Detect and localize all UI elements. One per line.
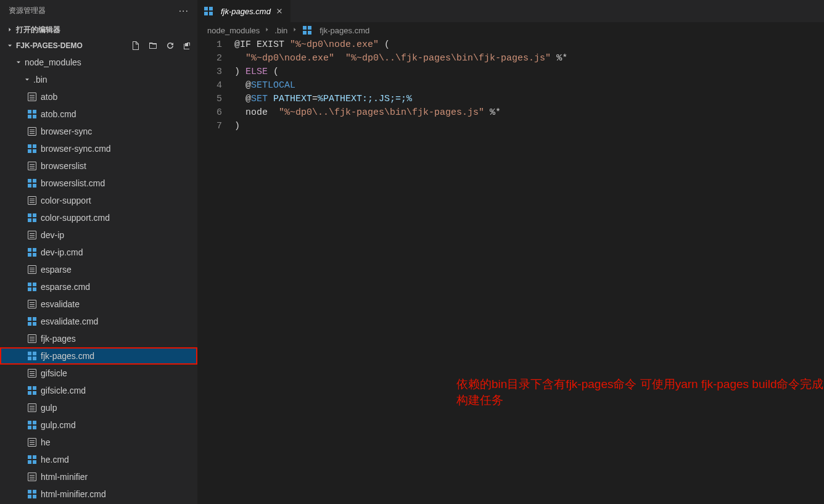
file-item[interactable]: dev-ip [0,226,197,244]
windows-cmd-icon [27,351,37,361]
tab-label: fjk-pages.cmd [221,7,271,16]
windows-cmd-icon [27,420,37,430]
file-item[interactable]: color-support.cmd [0,209,197,226]
chevron-right-icon [291,26,299,35]
file-label: esparse [41,265,72,275]
sidebar-header: 资源管理器 ··· [0,0,197,22]
open-editors-section[interactable]: 打开的编辑器 [0,22,197,38]
sidebar-more-icon[interactable]: ··· [179,6,189,17]
file-item[interactable]: fjk-pages.cmd [0,347,197,365]
file-item[interactable]: color-support [0,192,197,209]
chevron-right-icon [263,26,271,35]
file-label: dev-ip.cmd [41,247,83,257]
code-content[interactable]: @IF EXIST "%~dp0\node.exe" ( "%~dp0\node… [234,38,824,504]
project-section[interactable]: FJK-PAGES-DEMO [0,38,197,54]
file-item[interactable]: html-minifier.cmd [0,485,197,503]
chevron-down-icon [14,57,23,67]
windows-cmd-icon [27,178,37,188]
file-label: atob [41,92,57,102]
chevron-down-icon [22,75,32,85]
text-file-icon [27,265,37,275]
file-item[interactable]: gifsicle [0,365,197,382]
file-label: html-minifier.cmd [41,489,106,499]
new-file-icon[interactable] [130,39,142,52]
folder-bin[interactable]: .bin [0,71,197,88]
tab-fjk-pages-cmd[interactable]: fjk-pages.cmd [197,0,291,22]
breadcrumbs[interactable]: node_modules .bin fjk-pages.cmd [197,22,824,38]
file-item[interactable]: browser-sync [0,123,197,140]
close-icon[interactable] [274,6,284,16]
text-file-icon [27,126,37,136]
file-label: esvalidate [41,299,80,309]
file-label: he [41,437,51,447]
sidebar-title: 资源管理器 [9,6,46,16]
text-file-icon [27,230,37,240]
file-label: atob.cmd [41,109,76,119]
file-item[interactable]: gifsicle.cmd [0,382,197,399]
tab-bar: fjk-pages.cmd [197,0,824,22]
project-label: FJK-PAGES-DEMO [16,41,130,50]
file-label: color-support.cmd [41,213,110,223]
file-item[interactable]: atob [0,88,197,105]
windows-cmd-icon [27,316,37,326]
breadcrumb-item[interactable]: fjk-pages.cmd [319,26,369,35]
file-label: gulp [41,403,57,413]
file-label: gifsicle.cmd [41,386,86,395]
folder-node-modules[interactable]: node_modules [0,54,197,71]
collapse-all-icon[interactable] [181,39,194,52]
annotation-text: 依赖的bin目录下含有fjk-pages命令 可使用yarn fjk-pages… [456,376,824,408]
file-label: esparse.cmd [41,282,90,292]
chevron-down-icon [5,41,15,51]
windows-cmd-icon [27,109,37,119]
code-editor[interactable]: 1234567 @IF EXIST "%~dp0\node.exe" ( "%~… [197,38,824,504]
new-folder-icon[interactable] [147,39,159,52]
windows-cmd-icon [302,25,312,35]
windows-cmd-icon [27,213,37,223]
file-label: fjk-pages.cmd [41,351,94,361]
windows-cmd-icon [27,386,37,395]
chevron-right-icon [5,25,15,35]
text-file-icon [27,368,37,378]
file-item[interactable]: atob.cmd [0,105,197,123]
breadcrumb-item[interactable]: node_modules [207,26,260,35]
file-label: browser-sync.cmd [41,144,111,154]
windows-cmd-icon [27,282,37,292]
refresh-icon[interactable] [164,39,176,52]
windows-cmd-icon [204,6,213,16]
file-item[interactable]: esparse [0,261,197,278]
text-file-icon [27,472,37,482]
windows-cmd-icon [27,455,37,465]
windows-cmd-icon [27,489,37,499]
file-label: fjk-pages [41,334,76,344]
file-item[interactable]: esvalidate.cmd [0,313,197,330]
file-item[interactable]: he.cmd [0,451,197,468]
windows-cmd-icon [27,144,37,154]
text-file-icon [27,299,37,309]
file-item[interactable]: browserslist [0,157,197,175]
file-item[interactable]: fjk-pages [0,330,197,347]
file-tree: node_modules .bin atobatob.cmdbrowser-sy… [0,54,197,504]
line-number-gutter: 1234567 [197,38,234,504]
folder-label: .bin [33,75,47,85]
windows-cmd-icon [27,247,37,257]
file-item[interactable]: gulp.cmd [0,416,197,434]
breadcrumb-item[interactable]: .bin [274,26,287,35]
file-item[interactable]: dev-ip.cmd [0,244,197,261]
file-item[interactable]: esvalidate [0,295,197,313]
section-actions [130,39,194,52]
file-item[interactable]: browser-sync.cmd [0,140,197,157]
text-file-icon [27,403,37,413]
file-label: browser-sync [41,126,92,136]
explorer-sidebar: 资源管理器 ··· 打开的编辑器 FJK-PAGES-DEMO [0,0,197,504]
file-label: html-minifier [41,472,88,482]
file-item[interactable]: esparse.cmd [0,278,197,295]
file-item[interactable]: browserslist.cmd [0,175,197,192]
file-item[interactable]: gulp [0,399,197,416]
file-item[interactable]: he [0,434,197,451]
open-editors-label: 打开的编辑器 [16,25,194,35]
file-item[interactable]: html-minifier [0,468,197,485]
file-label: browserslist [41,161,86,171]
file-label: esvalidate.cmd [41,316,98,326]
text-file-icon [27,334,37,344]
text-file-icon [27,161,37,171]
